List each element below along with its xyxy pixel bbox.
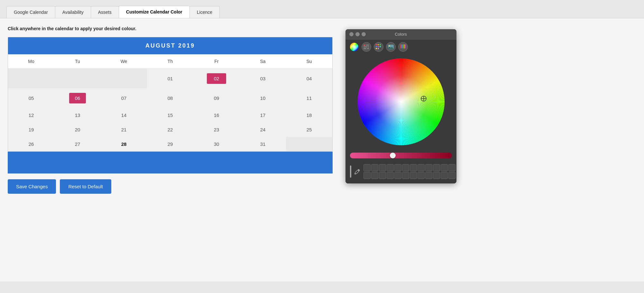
colors-panel: Colors xyxy=(345,29,456,183)
calendar-day-cell[interactable]: 31 xyxy=(240,137,286,151)
image-tool-icon[interactable] xyxy=(386,42,396,52)
swatch-cell[interactable] xyxy=(410,164,417,171)
calendar-day-cell[interactable]: 25 xyxy=(286,122,332,137)
svg-rect-14 xyxy=(378,46,379,47)
calendar-day-cell[interactable]: 01 xyxy=(147,69,193,89)
swatch-cell[interactable] xyxy=(433,164,440,171)
svg-rect-15 xyxy=(380,46,381,47)
swatch-cell[interactable] xyxy=(402,172,409,179)
swatch-cell[interactable] xyxy=(394,172,401,179)
calendar-day-cell[interactable]: 05 xyxy=(8,88,54,108)
swatch-cell[interactable] xyxy=(363,172,371,179)
swatch-cell[interactable] xyxy=(441,164,448,171)
calendar-day-cell[interactable]: 24 xyxy=(240,122,286,137)
calendar-day-cell xyxy=(8,69,54,89)
svg-rect-9 xyxy=(367,48,369,49)
svg-rect-7 xyxy=(368,47,369,48)
sliders-tool-icon[interactable] xyxy=(362,42,371,52)
today-highlight[interactable]: 02 xyxy=(207,73,226,84)
swatch-cell[interactable] xyxy=(402,164,409,171)
save-changes-button[interactable]: Save Changes xyxy=(8,179,56,194)
svg-rect-18 xyxy=(380,48,381,49)
swatch-cell[interactable] xyxy=(410,172,417,179)
calendar-day-cell[interactable]: 20 xyxy=(54,122,101,137)
calendar-day-cell[interactable]: 18 xyxy=(286,108,332,122)
tab-google-calendar[interactable]: Google Calendar xyxy=(6,6,55,18)
swatch-cell[interactable] xyxy=(448,172,455,179)
calendar-day-cell[interactable]: 22 xyxy=(147,122,193,137)
svg-point-28 xyxy=(358,58,445,145)
crayons-tool-icon[interactable] xyxy=(398,42,408,52)
calendar-day-cell[interactable]: 12 xyxy=(8,108,54,122)
dropper-icon[interactable] xyxy=(354,167,361,176)
weekday-th: Th xyxy=(147,54,193,69)
calendar-day-cell[interactable]: 09 xyxy=(193,88,240,108)
swatch-cell[interactable] xyxy=(433,172,440,179)
bold-day[interactable]: 28 xyxy=(121,141,127,147)
svg-rect-13 xyxy=(376,46,377,47)
calendar-day-cell[interactable]: 14 xyxy=(101,108,147,122)
brightness-slider[interactable] xyxy=(350,153,452,158)
swatch-cell[interactable] xyxy=(379,164,386,171)
swatch-cell[interactable] xyxy=(379,172,386,179)
swatch-cell[interactable] xyxy=(363,164,371,171)
color-swatch-bar[interactable] xyxy=(8,152,333,173)
calendar-day-cell[interactable]: 06 xyxy=(54,88,101,108)
calendar-day-cell[interactable]: 19 xyxy=(8,122,54,137)
calendar-day-cell[interactable]: 23 xyxy=(193,122,240,137)
swatch-cell[interactable] xyxy=(448,164,455,171)
swatch-cell[interactable] xyxy=(425,164,432,171)
calendar-week-row: 12131415161718 xyxy=(8,108,332,122)
swatch-cell[interactable] xyxy=(394,164,401,171)
swatch-cell[interactable] xyxy=(418,172,425,179)
calendar-day-cell[interactable]: 15 xyxy=(147,108,193,122)
svg-rect-8 xyxy=(363,48,366,49)
svg-rect-12 xyxy=(380,44,381,45)
calendar[interactable]: AUGUST 2019 Mo Tu We Th Fr Sa Su xyxy=(8,37,333,152)
calendar-day-cell[interactable]: 29 xyxy=(147,137,193,151)
svg-rect-6 xyxy=(363,47,367,48)
grid-tool-icon[interactable] xyxy=(374,42,383,52)
calendar-day-cell[interactable]: 27 xyxy=(54,137,101,151)
calendar-day-cell[interactable]: 26 xyxy=(8,137,54,151)
active-color-swatch[interactable] xyxy=(350,165,351,178)
reset-default-button[interactable]: Reset to Default xyxy=(60,179,111,194)
tab-customize-color[interactable]: Customize Calendar Color xyxy=(119,6,190,18)
swatch-cell[interactable] xyxy=(418,164,425,171)
swatch-cell[interactable] xyxy=(387,164,394,171)
calendar-day-cell[interactable]: 17 xyxy=(240,108,286,122)
color-wheel-tool-icon[interactable] xyxy=(349,42,359,52)
calendar-day-cell[interactable]: 08 xyxy=(147,88,193,108)
svg-rect-11 xyxy=(378,44,379,45)
swatch-cell[interactable] xyxy=(387,172,394,179)
brightness-thumb[interactable] xyxy=(390,153,396,158)
calendar-day-cell[interactable]: 04 xyxy=(286,69,332,89)
svg-rect-17 xyxy=(378,48,379,49)
calendar-day-cell[interactable]: 11 xyxy=(286,88,332,108)
calendar-day-cell[interactable]: 16 xyxy=(193,108,240,122)
calendar-day-cell[interactable]: 07 xyxy=(101,88,147,108)
dot-maximize[interactable] xyxy=(362,32,366,36)
tab-licence[interactable]: Licence xyxy=(189,6,220,18)
calendar-day-cell[interactable]: 30 xyxy=(193,137,240,151)
tab-assets[interactable]: Assets xyxy=(91,6,119,18)
calendar-day-cell[interactable]: 28 xyxy=(101,137,147,151)
dot-minimize[interactable] xyxy=(355,32,360,36)
tab-availability[interactable]: Availability xyxy=(55,6,91,18)
color-wheel-container[interactable] xyxy=(345,54,456,150)
color-wheel-svg[interactable] xyxy=(356,57,446,147)
dot-close[interactable] xyxy=(349,32,354,36)
swatch-cell[interactable] xyxy=(441,172,448,179)
selected-day[interactable]: 06 xyxy=(69,93,86,103)
calendar-day-cell[interactable]: 10 xyxy=(240,88,286,108)
brightness-slider-row xyxy=(345,150,456,161)
right-spacer xyxy=(469,26,636,272)
calendar-week-row: 01020304 xyxy=(8,69,332,89)
calendar-day-cell[interactable]: 13 xyxy=(54,108,101,122)
swatch-cell[interactable] xyxy=(425,172,432,179)
swatch-cell[interactable] xyxy=(371,164,378,171)
swatch-cell[interactable] xyxy=(371,172,378,179)
calendar-day-cell[interactable]: 02 xyxy=(193,69,240,89)
calendar-day-cell[interactable]: 03 xyxy=(240,69,286,89)
calendar-day-cell[interactable]: 21 xyxy=(101,122,147,137)
